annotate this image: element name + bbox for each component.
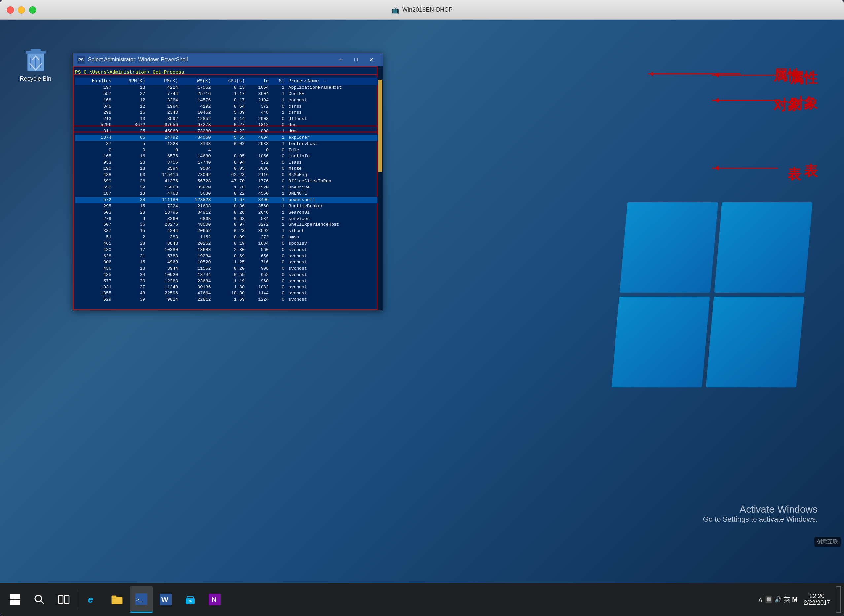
taskbar-powershell-btn[interactable]: >_ (130, 586, 153, 613)
clock-time: 22:20 (809, 593, 824, 600)
col-pm: PM(K) (147, 78, 180, 85)
recycle-bin-icon[interactable]: Recycle Bin (20, 46, 51, 82)
taskbar-word-btn[interactable]: W (154, 586, 177, 613)
annotation-object-arrow (712, 100, 778, 101)
annotation-table: 表 (787, 165, 801, 183)
network-icon[interactable]: 🔲 (765, 596, 772, 603)
taskbar-tray: ∧ 🔲 🔊 英 M (758, 595, 798, 604)
svg-text:PS: PS (78, 58, 84, 62)
table-row: 213133592128520.1429080dllhost (75, 116, 381, 122)
process-table-body: 197134224175520.1318641ApplicationFrameH… (75, 85, 381, 303)
taskbar-explorer-btn[interactable] (105, 586, 128, 613)
table-row: 557277744257161.1739041ChsIME (75, 91, 381, 97)
table-row: 18713476856800.2245601ONENOTE (75, 191, 381, 197)
col-process: ProcessName ← (286, 78, 381, 85)
ime-indicator[interactable]: M (792, 596, 798, 603)
svg-text:N: N (211, 595, 217, 604)
table-row: 387154244206520.2335921sihost (75, 228, 381, 235)
annotation-object-label: 对象 (790, 94, 818, 113)
volume-icon[interactable]: 🔊 (774, 596, 782, 603)
taskbar: e >_ W (0, 583, 844, 616)
svg-rect-2 (31, 49, 41, 52)
ps-title-icon: PS (77, 56, 85, 64)
table-row: 4353410920187440.559520svchost (75, 272, 381, 278)
table-row: 3112545060732804.228081dwm (75, 128, 381, 135)
col-npm: NPM(K) (113, 78, 147, 85)
col-id: Id (247, 78, 271, 85)
taskbar-taskview-btn[interactable] (52, 586, 75, 613)
svg-rect-14 (59, 595, 63, 603)
maximize-button[interactable] (29, 6, 36, 13)
taskbar-right: ∧ 🔲 🔊 英 M 22:20 2/22/2017 (758, 586, 841, 613)
table-row: 13746524792840605.5540041explorer (75, 135, 381, 141)
clock-area[interactable]: 22:20 2/22/2017 (800, 593, 834, 606)
table-row: 628215788192840.696560svchost (75, 253, 381, 260)
table-header-row: Handles NPM(K) PM(K) WS(K) CPU(s) Id SI … (75, 78, 381, 85)
minimize-button[interactable] (18, 6, 25, 13)
search-icon (33, 594, 45, 606)
table-row: 5296367267656672780.2718120dns (75, 122, 381, 128)
start-icon (9, 594, 21, 606)
svg-rect-9 (15, 594, 20, 599)
watermark: 创意互联 (814, 537, 841, 547)
annotation-properties-label: 属性 (790, 69, 818, 87)
process-table: Handles NPM(K) PM(K) WS(K) CPU(s) Id SI … (75, 78, 381, 303)
ps-prompt-line: PS C:\Users\Administrator> Get-Process (75, 69, 381, 76)
powershell-window: PS Select Administrator: Windows PowerSh… (73, 53, 383, 310)
table-row: 298162348104525.894481csrss (75, 110, 381, 116)
ps-scrollbar[interactable] (377, 66, 383, 310)
annotation-table-arrow (712, 168, 778, 169)
show-desktop-btn[interactable] (836, 586, 841, 613)
ps-close-btn[interactable]: ✕ (364, 53, 379, 66)
word-icon: W (160, 594, 172, 606)
col-cpu: CPU(s) (213, 78, 247, 85)
taskbar-search-btn[interactable] (28, 586, 51, 613)
powershell-icon: >_ (135, 593, 147, 605)
chevron-up-icon[interactable]: ∧ (758, 595, 763, 604)
language-indicator[interactable]: 英 (784, 595, 790, 604)
svg-rect-18 (112, 595, 116, 598)
edge-icon: e (87, 594, 98, 606)
table-row: 295157224216080.3635601RuntimeBroker (75, 203, 381, 210)
taskbar-start-btn[interactable] (3, 586, 26, 613)
svg-text:e: e (88, 594, 94, 605)
ps-scrollbar-thumb[interactable] (378, 79, 382, 172)
svg-rect-11 (15, 600, 20, 605)
table-row: 69926413765672847.7017760OfficeClickToRu… (75, 178, 381, 185)
taskbar-edge-btn[interactable]: e (81, 586, 104, 613)
ps-content: PS C:\Users\Administrator> Get-Process H… (73, 66, 383, 310)
table-row: 197134224175520.1318641ApplicationFrameH… (75, 85, 381, 91)
col-si: SI (271, 78, 286, 85)
task-view-icon (58, 594, 70, 606)
desktop: Recycle Bin PS Select Administrator: Win… (0, 20, 844, 583)
table-row: 436183944115520.209080svchost (75, 266, 381, 272)
svg-line-13 (41, 601, 44, 604)
recycle-bin-svg (22, 46, 49, 73)
ps-prompt: PS C:\Users\Administrator> Get-Process (75, 70, 184, 75)
close-button[interactable] (7, 6, 14, 13)
onenote-icon: N (209, 594, 220, 606)
table-row: 165166576146800.0518560inetinfo (75, 154, 381, 160)
title-icon: 📺 (391, 6, 399, 14)
table-row: 10313711240301361.3010320svchost (75, 284, 381, 290)
windows-logo (619, 202, 818, 400)
taskbar-onenote-btn[interactable]: N (203, 586, 226, 613)
table-row: 6073628276480000.9732721ShellExperienceH… (75, 222, 381, 228)
taskbar-sep1 (78, 590, 78, 609)
table-row: 6503915068358201.7845201OneDrive (75, 185, 381, 191)
mac-traffic-lights (7, 6, 36, 13)
svg-rect-10 (10, 600, 15, 605)
svg-text:>_: >_ (137, 597, 142, 603)
table-row: 933238756177408.945720lsass (75, 160, 381, 166)
table-row: 375122831480.0229881fontdrvhost (75, 141, 381, 147)
svg-rect-8 (10, 594, 15, 599)
svg-text:W: W (161, 595, 169, 604)
ps-maximize-btn[interactable]: □ (348, 53, 364, 66)
table-row: 4801710380186882.305600svchost (75, 247, 381, 253)
process-table-container[interactable]: Handles NPM(K) PM(K) WS(K) CPU(s) Id SI … (75, 78, 381, 303)
ps-minimize-btn[interactable]: ─ (333, 53, 348, 66)
ps-titlebar: PS Select Administrator: Windows PowerSh… (73, 53, 383, 66)
table-row: 168123264145760.1721041conhost (75, 97, 381, 104)
table-row: 488631154167309262.2321160MsMpEng (75, 172, 381, 178)
taskbar-store-btn[interactable]: 🛍 (179, 586, 202, 613)
